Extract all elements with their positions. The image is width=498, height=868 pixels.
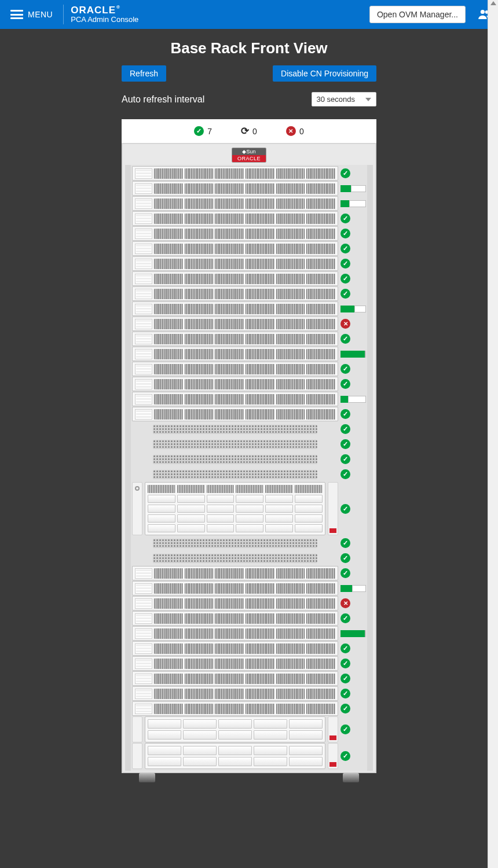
check-icon bbox=[340, 168, 350, 178]
rack-row bbox=[132, 701, 366, 716]
rack-unit-indicator bbox=[340, 504, 366, 514]
rack-vent-row bbox=[132, 437, 366, 451]
server-unit[interactable] bbox=[132, 701, 338, 716]
progress-bar bbox=[340, 396, 366, 403]
status-ok-count: 7 bbox=[207, 127, 212, 136]
check-icon bbox=[340, 704, 350, 713]
unit-label-panel bbox=[135, 289, 152, 299]
unit-grille bbox=[154, 319, 335, 329]
rack-unit-indicator bbox=[340, 274, 366, 284]
error-icon bbox=[340, 319, 350, 329]
check-icon bbox=[340, 259, 350, 269]
server-unit[interactable] bbox=[132, 392, 338, 406]
rack-unit-indicator bbox=[340, 306, 366, 312]
storage-unit[interactable] bbox=[145, 716, 325, 742]
server-unit[interactable] bbox=[132, 566, 338, 580]
rack-unit-indicator bbox=[340, 439, 366, 449]
check-icon bbox=[340, 334, 350, 344]
rack-row bbox=[132, 686, 366, 701]
unit-label-panel bbox=[135, 304, 152, 314]
server-unit[interactable] bbox=[132, 317, 338, 331]
rack-unit-indicator bbox=[340, 674, 366, 683]
unit-grille bbox=[154, 304, 335, 314]
rack-brand-sun: ◆Sun bbox=[232, 148, 266, 155]
server-unit[interactable] bbox=[132, 301, 338, 316]
rack-row bbox=[132, 377, 366, 391]
storage-unit[interactable] bbox=[145, 482, 325, 535]
rack-unit-indicator bbox=[340, 379, 366, 389]
server-unit[interactable] bbox=[132, 241, 338, 256]
rack-row bbox=[132, 626, 366, 641]
server-unit[interactable] bbox=[132, 377, 338, 391]
server-unit[interactable] bbox=[132, 332, 338, 346]
server-unit[interactable] bbox=[132, 686, 338, 701]
brand-sub: PCA Admin Console bbox=[71, 16, 138, 24]
server-unit[interactable] bbox=[132, 596, 338, 610]
unit-grille bbox=[154, 583, 335, 594]
server-unit[interactable] bbox=[132, 286, 338, 301]
status-pending-count: 0 bbox=[252, 127, 257, 136]
check-icon bbox=[340, 504, 350, 514]
unit-label-panel bbox=[135, 168, 152, 179]
unit-grille bbox=[154, 568, 335, 579]
server-unit[interactable] bbox=[132, 407, 338, 421]
storage-block bbox=[132, 482, 366, 535]
disable-cn-provisioning-button[interactable]: Disable CN Provisioning bbox=[273, 65, 376, 82]
scrollbar[interactable] bbox=[488, 0, 498, 868]
storage-unit[interactable] bbox=[145, 743, 325, 769]
unit-label-panel bbox=[135, 394, 152, 404]
server-unit[interactable] bbox=[132, 181, 338, 196]
interval-label: Auto refresh interval bbox=[122, 94, 204, 105]
rack-unit-indicator bbox=[340, 351, 366, 358]
unit-label-panel bbox=[135, 689, 152, 699]
progress-bar bbox=[340, 200, 366, 207]
unit-grille bbox=[154, 349, 335, 359]
menu-button[interactable]: MENU bbox=[7, 8, 56, 21]
open-ovm-manager-button[interactable]: Open OVM Manager... bbox=[369, 6, 466, 23]
server-unit[interactable] bbox=[132, 626, 338, 641]
server-unit[interactable] bbox=[132, 196, 338, 211]
rack-unit-indicator bbox=[340, 409, 366, 419]
server-unit[interactable] bbox=[132, 166, 338, 181]
server-unit[interactable] bbox=[132, 347, 338, 361]
refresh-button[interactable]: Refresh bbox=[122, 65, 166, 82]
server-unit[interactable] bbox=[132, 641, 338, 656]
server-unit[interactable] bbox=[132, 271, 338, 286]
rack-unit-indicator bbox=[340, 319, 366, 329]
rack-vent-row bbox=[132, 422, 366, 436]
check-icon bbox=[340, 454, 350, 464]
error-icon bbox=[340, 598, 350, 608]
interval-select[interactable]: 30 seconds bbox=[312, 92, 377, 106]
drive-row bbox=[148, 524, 323, 532]
server-unit[interactable] bbox=[132, 671, 338, 686]
unit-grille bbox=[154, 364, 335, 374]
brand: ORACLE® PCA Admin Console bbox=[71, 5, 138, 24]
rack-unit-indicator bbox=[340, 585, 366, 592]
server-unit[interactable] bbox=[132, 581, 338, 595]
server-unit[interactable] bbox=[132, 656, 338, 671]
unit-grille bbox=[154, 598, 335, 609]
server-unit[interactable] bbox=[132, 611, 338, 626]
unit-label-panel bbox=[135, 409, 152, 420]
storage-block bbox=[132, 716, 366, 742]
unit-grille bbox=[154, 244, 335, 254]
unit-label-panel bbox=[135, 704, 152, 714]
rack-unit-indicator bbox=[340, 568, 366, 578]
unit-label-panel bbox=[135, 659, 152, 669]
server-unit[interactable] bbox=[132, 211, 338, 226]
check-icon bbox=[340, 274, 350, 284]
rack-unit-indicator bbox=[340, 334, 366, 344]
check-icon bbox=[340, 409, 350, 419]
status-summary-bar: 7 ⟳ 0 0 bbox=[122, 119, 376, 143]
server-unit[interactable] bbox=[132, 226, 338, 241]
unit-grille bbox=[154, 659, 335, 669]
rack-unit-indicator bbox=[340, 185, 366, 192]
unit-grille bbox=[154, 379, 335, 389]
status-pending: ⟳ 0 bbox=[241, 125, 257, 137]
server-unit[interactable] bbox=[132, 362, 338, 376]
interval-row: Auto refresh interval 30 seconds bbox=[122, 92, 376, 106]
check-icon bbox=[340, 659, 350, 668]
rack-row bbox=[132, 211, 366, 226]
storage-side-panel bbox=[132, 743, 142, 769]
server-unit[interactable] bbox=[132, 256, 338, 271]
